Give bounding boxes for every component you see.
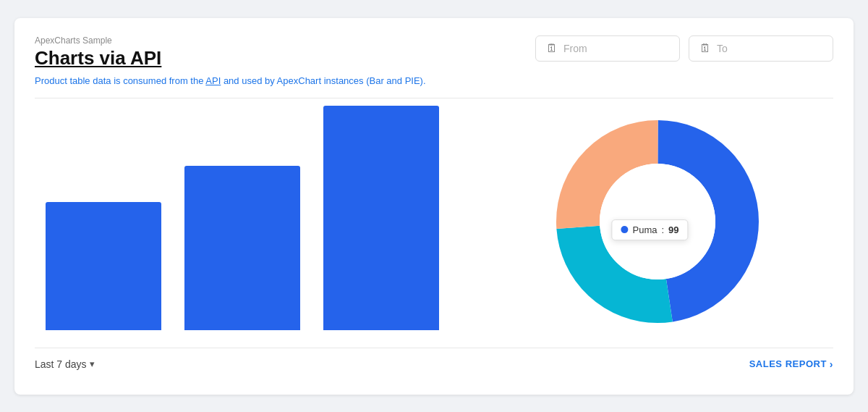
period-label: Last 7 days — [35, 358, 87, 370]
description-suffix: and used by ApexChart instances (Bar and… — [221, 75, 425, 86]
page-title-prefix: Charts via — [35, 47, 130, 69]
page-title-link[interactable]: API — [130, 47, 161, 69]
description: Product table data is consumed from the … — [35, 75, 833, 86]
date-pickers: 🗓 From 🗓 To — [535, 35, 833, 62]
bar-chart — [35, 106, 450, 337]
sales-report-link[interactable]: SALES REPORT › — [749, 358, 833, 370]
calendar-to-icon: 🗓 — [699, 42, 711, 55]
footer-row: Last 7 days ▾ SALES REPORT › — [35, 348, 833, 370]
donut-hole — [600, 164, 715, 279]
arrow-right-icon: › — [830, 358, 833, 370]
page-title: Charts via API — [35, 47, 161, 70]
description-text: Product table data is consumed from the — [35, 75, 205, 86]
date-to-input[interactable]: 🗓 To — [689, 35, 833, 62]
bar-item-1 — [46, 106, 161, 330]
date-from-label: From — [563, 43, 587, 54]
bar-item-2 — [184, 106, 300, 330]
bar-2 — [184, 166, 300, 329]
date-from-input[interactable]: 🗓 From — [535, 35, 680, 62]
date-to-label: To — [717, 43, 728, 54]
period-selector[interactable]: Last 7 days ▾ — [35, 358, 95, 370]
api-link[interactable]: API — [205, 75, 221, 86]
main-card: ApexCharts Sample Charts via API 🗓 From … — [14, 18, 854, 395]
app-label: ApexCharts Sample — [35, 35, 161, 46]
donut-svg — [549, 113, 766, 330]
chevron-down-icon: ▾ — [90, 358, 95, 369]
bar-3 — [323, 106, 439, 330]
title-section: ApexCharts Sample Charts via API — [35, 35, 161, 70]
calendar-from-icon: 🗓 — [546, 42, 558, 55]
bar-item-3 — [323, 106, 439, 330]
bar-1 — [46, 202, 161, 330]
header-row: ApexCharts Sample Charts via API 🗓 From … — [35, 35, 833, 70]
sales-report-label: SALES REPORT — [749, 358, 827, 369]
charts-area: Puma: 99 — [35, 98, 833, 345]
pie-chart: Puma: 99 — [482, 106, 833, 337]
